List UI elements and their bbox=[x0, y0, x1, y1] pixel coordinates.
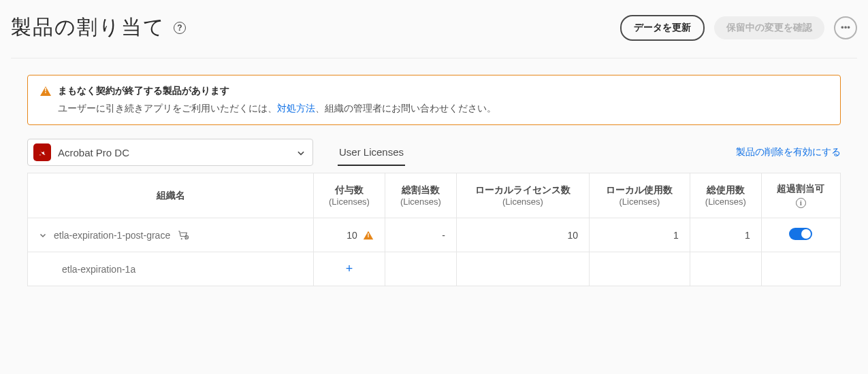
total-use-value: 1 bbox=[745, 230, 750, 241]
col-local-lic: ローカルライセンス数(Licenses) bbox=[456, 173, 589, 218]
enable-product-delete-link[interactable]: 製品の削除を有効にする bbox=[736, 146, 841, 158]
alert-body: ユーザーに引き続きアプリをご利用いただくには、対処方法、組織の管理者にお問い合わ… bbox=[40, 103, 828, 115]
warning-icon bbox=[364, 231, 373, 239]
add-allocation-button[interactable]: + bbox=[346, 262, 353, 275]
total-alloc-value: - bbox=[442, 230, 445, 241]
info-icon[interactable]: i bbox=[796, 198, 806, 208]
expiration-alert: まもなく契約が終了する製品があります ユーザーに引き続きアプリをご利用いただくに… bbox=[27, 75, 841, 125]
allocation-table: 組織名 付与数(Licenses) 総割当数(Licenses) ローカルライセ… bbox=[27, 173, 841, 286]
table-row: etla-expiration-1a + bbox=[28, 252, 841, 286]
help-icon[interactable]: ? bbox=[174, 22, 186, 34]
col-granted: 付与数(Licenses) bbox=[314, 173, 385, 218]
pending-changes-button: 保留中の変更を確認 bbox=[714, 16, 824, 39]
chevron-down-icon bbox=[296, 148, 304, 156]
over-alloc-toggle[interactable] bbox=[789, 228, 812, 240]
cart-icon bbox=[177, 229, 189, 241]
product-name: Acrobat Pro DC bbox=[58, 147, 129, 158]
page-header: 製品の割り当て ? データを更新 保留中の変更を確認 ••• bbox=[11, 14, 857, 58]
col-total-alloc: 総割当数(Licenses) bbox=[385, 173, 456, 218]
tab-user-licenses[interactable]: User Licenses bbox=[338, 139, 405, 166]
alert-body-suffix: 、組織の管理者にお問い合わせください。 bbox=[315, 103, 496, 114]
local-use-value: 1 bbox=[673, 230, 679, 241]
acrobat-icon bbox=[33, 143, 51, 161]
alert-body-prefix: ユーザーに引き続きアプリをご利用いただくには、 bbox=[58, 103, 277, 114]
alert-title: まもなく契約が終了する製品があります bbox=[58, 85, 229, 97]
local-lic-value: 10 bbox=[567, 230, 578, 241]
ellipsis-icon: ••• bbox=[841, 22, 850, 33]
col-local-use: ローカル使用数(Licenses) bbox=[590, 173, 690, 218]
refresh-button[interactable]: データを更新 bbox=[620, 15, 705, 41]
page-title: 製品の割り当て bbox=[11, 14, 165, 41]
col-over-alloc: 超過割当可 i bbox=[761, 173, 840, 218]
table-row: etla-expiration-1-post-grace 10 - bbox=[28, 218, 841, 252]
col-total-use: 総使用数(Licenses) bbox=[690, 173, 761, 218]
org-name: etla-expiration-1-post-grace bbox=[54, 230, 170, 241]
warning-icon bbox=[40, 86, 51, 96]
org-name: etla-expiration-1a bbox=[62, 264, 135, 275]
svg-point-0 bbox=[181, 238, 182, 239]
product-select[interactable]: Acrobat Pro DC bbox=[27, 139, 313, 166]
expand-icon[interactable] bbox=[39, 231, 47, 239]
col-org: 組織名 bbox=[28, 173, 314, 218]
alert-link[interactable]: 対処方法 bbox=[277, 103, 315, 114]
more-actions-button[interactable]: ••• bbox=[834, 16, 857, 39]
granted-value: 10 bbox=[347, 230, 357, 241]
